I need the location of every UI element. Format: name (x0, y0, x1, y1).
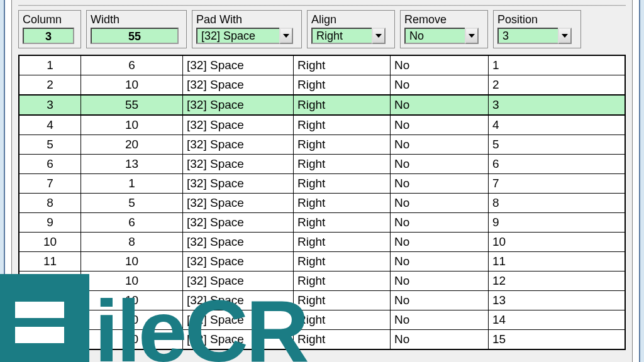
cell-column: 14 (19, 310, 81, 330)
padwith-group: Pad With [32] Space (192, 10, 302, 48)
cell-remove: No (391, 310, 489, 330)
table-row[interactable]: 410[32] SpaceRightNo4 (19, 115, 625, 135)
cell-position: 14 (489, 310, 625, 330)
position-group: Position 3 (493, 10, 581, 48)
cell-column: 10 (19, 233, 81, 252)
cell-column: 12 (19, 272, 81, 291)
cell-pad: [32] Space (183, 135, 294, 155)
column-input[interactable]: 3 (23, 28, 74, 44)
cell-column: 9 (19, 213, 81, 233)
cell-pad: [32] Space (183, 291, 294, 310)
table-row[interactable]: 355[32] SpaceRightNo3 (19, 95, 625, 115)
cell-position: 1 (489, 56, 625, 75)
cell-align: Right (294, 56, 391, 75)
cell-remove: No (391, 115, 489, 135)
cell-pad: [32] Space (183, 194, 294, 213)
cell-remove: No (391, 75, 489, 96)
cell-pad: [32] Space (183, 272, 294, 291)
table-row[interactable]: 71[32] SpaceRightNo7 (19, 174, 625, 194)
width-group: Width 55 (86, 10, 187, 48)
cell-pad: [32] Space (183, 310, 294, 330)
cell-remove: No (391, 155, 489, 174)
cell-position: 10 (489, 233, 625, 252)
cell-remove: No (391, 194, 489, 213)
width-label: Width (91, 13, 182, 26)
cell-align: Right (294, 272, 391, 291)
cell-align: Right (294, 155, 391, 174)
width-input[interactable]: 55 (91, 28, 179, 44)
cell-align: Right (294, 252, 391, 272)
table-row[interactable]: 1210[32] SpaceRightNo12 (19, 272, 625, 291)
cell-width: 55 (81, 95, 183, 115)
table-row[interactable]: 16[32] SpaceRightNo1 (19, 56, 625, 75)
cell-column: 4 (19, 115, 81, 135)
remove-select[interactable]: No (404, 28, 484, 44)
cell-column: 6 (19, 155, 81, 174)
cell-remove: No (391, 135, 489, 155)
cell-position: 8 (489, 194, 625, 213)
table-row[interactable]: 108[32] SpaceRightNo10 (19, 233, 625, 252)
cell-remove: No (391, 213, 489, 233)
cell-remove: No (391, 252, 489, 272)
cell-width: 20 (81, 135, 183, 155)
table-row[interactable]: 1510[32] SpaceRightNo15 (19, 330, 625, 349)
cell-column: 3 (19, 95, 81, 115)
cell-position: 4 (489, 115, 625, 135)
padwith-select[interactable]: [32] Space (196, 28, 297, 44)
cell-column: 13 (19, 291, 81, 310)
cell-pad: [32] Space (183, 330, 294, 349)
cell-width: 10 (81, 115, 183, 135)
table-row[interactable]: 520[32] SpaceRightNo5 (19, 135, 625, 155)
cell-position: 15 (489, 330, 625, 349)
cell-column: 5 (19, 135, 81, 155)
cell-remove: No (391, 272, 489, 291)
columns-table-wrap: 16[32] SpaceRightNo1210[32] SpaceRightNo… (18, 55, 626, 350)
cell-align: Right (294, 310, 391, 330)
table-row[interactable]: 613[32] SpaceRightNo6 (19, 155, 625, 174)
cell-position: 2 (489, 75, 625, 96)
table-row[interactable]: 1110[32] SpaceRightNo11 (19, 252, 625, 272)
cell-column: 11 (19, 252, 81, 272)
cell-column: 15 (19, 330, 81, 349)
cell-align: Right (294, 213, 391, 233)
columns-table[interactable]: 16[32] SpaceRightNo1210[32] SpaceRightNo… (19, 55, 625, 349)
table-row[interactable]: 96[32] SpaceRightNo9 (19, 213, 625, 233)
cell-align: Right (294, 194, 391, 213)
cell-width: 5 (81, 194, 183, 213)
cell-pad: [32] Space (183, 213, 294, 233)
cell-pad: [32] Space (183, 252, 294, 272)
table-row[interactable]: 85[32] SpaceRightNo8 (19, 194, 625, 213)
header-controls: Column 3 Width 55 Pad With [32] Space Al… (18, 10, 626, 48)
cell-width: 10 (81, 310, 183, 330)
cell-column: 2 (19, 75, 81, 96)
cell-align: Right (294, 75, 391, 96)
dropdown-arrow-icon[interactable] (372, 28, 386, 44)
cell-position: 6 (489, 155, 625, 174)
align-label: Align (311, 13, 391, 26)
cell-width: 1 (81, 174, 183, 194)
dropdown-arrow-icon[interactable] (465, 28, 479, 44)
cell-position: 5 (489, 135, 625, 155)
table-row[interactable]: 1310[32] SpaceRightNo13 (19, 291, 625, 310)
dropdown-arrow-icon[interactable] (558, 28, 572, 44)
cell-position: 11 (489, 252, 625, 272)
padwith-label: Pad With (196, 13, 297, 26)
column-group: Column 3 (18, 10, 81, 48)
table-row[interactable]: 1410[32] SpaceRightNo14 (19, 310, 625, 330)
table-row[interactable]: 210[32] SpaceRightNo2 (19, 75, 625, 96)
cell-remove: No (391, 56, 489, 75)
cell-align: Right (294, 174, 391, 194)
cell-width: 10 (81, 272, 183, 291)
cell-align: Right (294, 233, 391, 252)
cell-width: 10 (81, 291, 183, 310)
position-select[interactable]: 3 (497, 28, 577, 44)
cell-width: 6 (81, 213, 183, 233)
align-select[interactable]: Right (311, 28, 391, 44)
cell-position: 3 (489, 95, 625, 115)
cell-align: Right (294, 95, 391, 115)
cell-remove: No (391, 330, 489, 349)
cell-remove: No (391, 174, 489, 194)
cell-pad: [32] Space (183, 155, 294, 174)
dropdown-arrow-icon[interactable] (279, 28, 293, 44)
cell-align: Right (294, 135, 391, 155)
